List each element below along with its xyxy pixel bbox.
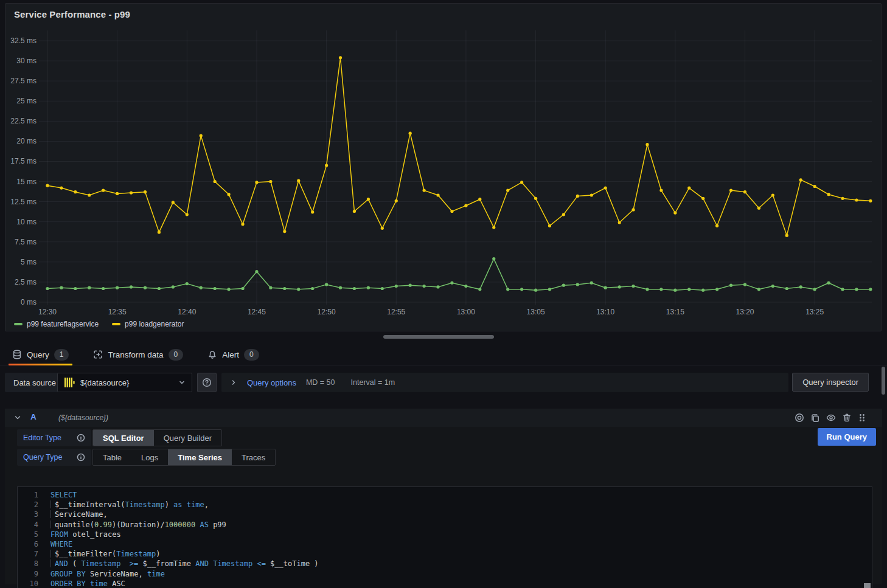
segment-logs[interactable]: Logs (131, 449, 168, 465)
record-circle-icon[interactable] (795, 413, 804, 423)
segment-time-series[interactable]: Time Series (168, 449, 232, 465)
chart-legend: p99 featureflagservice p99 loadgenerator (14, 320, 184, 328)
datasource-value: ${datasource} (80, 378, 129, 387)
query-inspector-button[interactable]: Query inspector (792, 373, 869, 392)
clickhouse-logo-icon (64, 377, 75, 388)
info-circle-icon[interactable] (77, 453, 85, 462)
query-options-toggle[interactable]: Query options MD = 50 Interval = 1m (221, 373, 788, 392)
tab-label: Alert (222, 350, 239, 359)
code-line: 5FROM otel_traces (18, 530, 872, 539)
code-line: 2$__timeInterval(Timestamp) as time, (18, 500, 872, 510)
svg-text:13:25: 13:25 (805, 308, 824, 316)
query-row-actions (795, 413, 866, 423)
svg-text:13:05: 13:05 (527, 308, 545, 316)
legend-label: p99 loadgenerator (125, 320, 184, 328)
svg-text:12:50: 12:50 (318, 308, 336, 316)
hide-response-eye-icon[interactable] (826, 413, 836, 423)
query-row-header[interactable]: A (${datasource}) (5, 409, 882, 427)
interval-value: Interval = 1m (351, 378, 395, 387)
code-line: 10ORDER BY time ASC (18, 579, 872, 588)
svg-text:12:55: 12:55 (387, 308, 405, 316)
panel-title: Service Performance - p99 (14, 9, 130, 19)
svg-text:22.5 ms: 22.5 ms (10, 117, 37, 125)
query-type-field: Query Type (17, 449, 91, 466)
svg-text:13:20: 13:20 (736, 308, 754, 316)
segment-table[interactable]: Table (93, 449, 131, 465)
line-number: 3 (18, 510, 38, 519)
delete-query-trash-icon[interactable] (842, 413, 852, 423)
line-number: 8 (18, 559, 38, 569)
duplicate-query-icon[interactable] (810, 413, 820, 423)
tab-label: Query (27, 350, 49, 359)
legend-swatch-yellow (112, 323, 120, 325)
code-text: $__timeInterval(Timestamp) as time, (38, 500, 209, 510)
code-line: 3ServiceName, (18, 510, 872, 519)
legend-item-loadgenerator[interactable]: p99 loadgenerator (112, 320, 184, 328)
code-text: SELECT (38, 490, 77, 500)
overview-ruler-thumb[interactable] (864, 583, 871, 588)
svg-text:15 ms: 15 ms (16, 178, 37, 186)
legend-swatch-green (14, 323, 23, 325)
code-line: 4quantile(0.99)(Duration)/1000000 AS p99 (18, 520, 872, 530)
database-icon (12, 350, 22, 359)
tab-query[interactable]: Query 1 (12, 344, 69, 365)
editor-type-field: Editor Type (17, 429, 91, 446)
svg-text:17.5 ms: 17.5 ms (10, 157, 37, 165)
segment-sql-editor[interactable]: SQL Editor (93, 430, 154, 446)
svg-text:12:30: 12:30 (38, 308, 57, 316)
code-text: GROUP BY ServiceName, time (38, 569, 165, 579)
chevron-down-icon (178, 379, 186, 386)
grafana-dashboard: Service Performance - p99 0 ms2.5 ms5 ms… (0, 0, 887, 588)
editor-type-label: Editor Type (23, 434, 61, 442)
horizontal-scrollbar-thumb[interactable] (383, 335, 494, 339)
code-line: 7$__timeFilter(Timestamp) (18, 549, 872, 559)
timeseries-chart[interactable]: 0 ms2.5 ms5 ms7.5 ms10 ms12.5 ms15 ms17.… (5, 24, 882, 321)
legend-item-featureflagservice[interactable]: p99 featureflagservice (14, 320, 99, 328)
timeseries-panel: Service Performance - p99 0 ms2.5 ms5 ms… (5, 3, 882, 331)
code-text: WHERE (38, 539, 72, 549)
code-text: FROM otel_traces (38, 530, 121, 539)
query-editor-card: A (${datasource}) (5, 409, 882, 584)
legend-label: p99 featureflagservice (27, 320, 99, 328)
code-text: quantile(0.99)(Duration)/1000000 AS p99 (38, 520, 226, 530)
svg-text:27.5 ms: 27.5 ms (10, 77, 37, 85)
info-circle-icon[interactable] (77, 434, 85, 442)
question-circle-icon (202, 378, 212, 387)
svg-text:20 ms: 20 ms (16, 137, 37, 145)
svg-text:2.5 ms: 2.5 ms (15, 278, 37, 286)
svg-text:12:45: 12:45 (248, 308, 266, 316)
drag-handle-grip-icon[interactable] (858, 413, 866, 423)
svg-text:13:10: 13:10 (596, 308, 614, 316)
chevron-right-icon (230, 379, 237, 386)
line-number: 1 (18, 490, 38, 500)
query-refid[interactable]: A (30, 412, 37, 421)
segment-traces[interactable]: Traces (232, 449, 275, 465)
code-line: 6WHERE (18, 539, 872, 549)
collapse-chevron-icon[interactable] (13, 413, 22, 422)
svg-text:12:40: 12:40 (178, 308, 196, 316)
tab-count-badge: 0 (244, 349, 259, 361)
svg-text:7.5 ms: 7.5 ms (15, 238, 37, 246)
code-text: AND ( Timestamp >= $__fromTime AND Times… (38, 559, 319, 569)
svg-text:13:00: 13:00 (457, 308, 475, 316)
tab-alert[interactable]: Alert 0 (207, 344, 259, 365)
tab-transform-data[interactable]: Transform data 0 (93, 344, 183, 365)
code-line: 9GROUP BY ServiceName, time (18, 569, 872, 579)
datasource-select[interactable]: ${datasource} (57, 373, 192, 392)
line-number: 5 (18, 530, 38, 539)
bell-icon (207, 350, 217, 359)
svg-text:30 ms: 30 ms (16, 57, 37, 65)
svg-text:12.5 ms: 12.5 ms (10, 198, 37, 206)
run-query-button[interactable]: Run Query (818, 428, 876, 446)
line-number: 6 (18, 539, 38, 549)
line-number: 2 (18, 500, 38, 510)
line-number: 10 (18, 579, 38, 588)
datasource-help-button[interactable] (197, 373, 217, 392)
code-line: 1SELECT (18, 490, 872, 500)
segment-query-builder[interactable]: Query Builder (154, 430, 221, 446)
transform-icon (93, 350, 103, 359)
line-number: 7 (18, 549, 38, 559)
sql-code-editor[interactable]: 1SELECT2$__timeInterval(Timestamp) as ti… (17, 486, 872, 588)
max-data-points-value: MD = 50 (306, 378, 335, 387)
svg-text:12:35: 12:35 (108, 308, 127, 316)
